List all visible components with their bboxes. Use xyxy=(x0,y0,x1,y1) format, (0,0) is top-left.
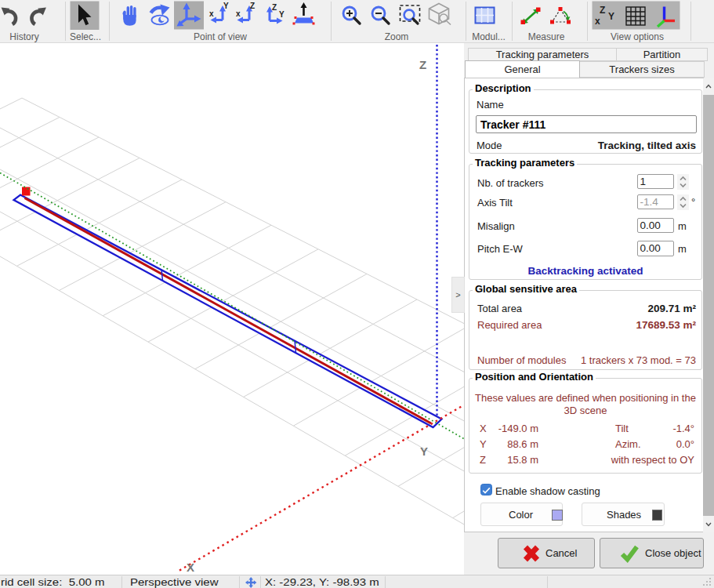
svg-text:Y: Y xyxy=(223,2,229,10)
svg-text:Z: Z xyxy=(272,3,277,12)
svg-text:Y: Y xyxy=(420,445,428,458)
svg-text:X: X xyxy=(187,561,194,574)
svg-text:x: x xyxy=(236,9,241,18)
svg-text:Y: Y xyxy=(608,11,614,22)
svg-text:x: x xyxy=(209,9,214,18)
svg-text:x: x xyxy=(595,16,600,27)
svg-text:Z: Z xyxy=(600,5,605,16)
svg-text:Z: Z xyxy=(419,58,426,71)
svg-text:Y: Y xyxy=(279,10,285,19)
svg-text:Z: Z xyxy=(250,2,255,10)
